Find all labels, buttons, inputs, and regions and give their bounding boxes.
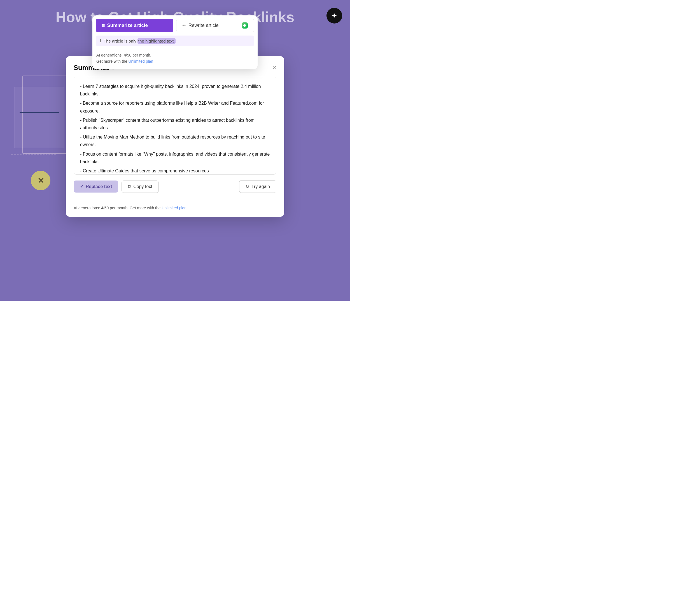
- toolbar-generations: AI generations: 4/50 per month. Get more…: [96, 52, 254, 64]
- summarize-icon: ≡: [102, 23, 105, 29]
- illus-x-circle: ✕: [31, 171, 50, 190]
- illus-line: [20, 112, 59, 113]
- try-again-button[interactable]: ↻ Try again: [239, 180, 276, 193]
- illus-box-inner: [14, 87, 65, 148]
- info-icon: ℹ: [100, 38, 101, 43]
- replace-text-button[interactable]: ✓ Replace text: [74, 181, 118, 192]
- summary-line: - Become a source for reporters using pl…: [80, 99, 270, 114]
- summarize-label: Summarize article: [107, 23, 148, 28]
- try-again-label: Try again: [251, 184, 270, 189]
- toolbar-popup: ≡ Summarize article ✏ Rewrite article ℹ …: [93, 16, 257, 69]
- summary-line: - Learn 7 strategies to acquire high-qua…: [80, 83, 270, 98]
- rewrite-article-button[interactable]: ✏ Rewrite article: [176, 19, 254, 32]
- info-text: The article is only the highlighted text…: [104, 38, 176, 43]
- copy-icon: ⧉: [128, 184, 131, 189]
- ai-fab-button[interactable]: ✦: [326, 8, 342, 24]
- summary-line: - Focus on content formats like "Why" po…: [80, 150, 270, 165]
- highlighted-text: the highlighted text.: [138, 38, 176, 44]
- summarize-article-button[interactable]: ≡ Summarize article: [96, 19, 173, 32]
- rewrite-label: Rewrite article: [189, 23, 219, 28]
- modal-footer: AI generations: 4/50 per month. Get more…: [74, 201, 276, 210]
- copy-label: Copy text: [133, 184, 152, 189]
- modal-close-button[interactable]: ×: [272, 64, 276, 71]
- ai-fab-icon: ✦: [331, 11, 338, 20]
- check-icon: ✓: [80, 184, 83, 189]
- summary-line: - Publish "Skyscraper" content that outp…: [80, 116, 270, 132]
- copy-text-button[interactable]: ⧉ Copy text: [122, 181, 159, 193]
- modal-actions: ✓ Replace text ⧉ Copy text ↻ Try again: [74, 180, 276, 193]
- refresh-icon: ↻: [246, 184, 249, 189]
- summarize-modal: Summarize ℹ × - Learn 7 strategies to ac…: [66, 56, 284, 217]
- toolbar-buttons: ≡ Summarize article ✏ Rewrite article: [96, 19, 254, 32]
- illus-dashed-line: [11, 154, 56, 155]
- summary-line: - Create Ultimate Guides that serve as c…: [80, 167, 270, 175]
- replace-label: Replace text: [86, 184, 112, 189]
- toolbar-divider: [96, 49, 254, 49]
- modal-footer-divider: [74, 198, 276, 198]
- unlimited-plan-link-modal[interactable]: Unlimited plan: [161, 206, 186, 210]
- premium-icon: [242, 22, 248, 29]
- toolbar-info-banner: ℹ The article is only the highlighted te…: [96, 35, 254, 46]
- summary-line: - Utilize the Moving Man Method to build…: [80, 133, 270, 148]
- rewrite-icon: ✏: [182, 23, 186, 28]
- unlimited-plan-link-toolbar[interactable]: Unlimited plan: [128, 59, 153, 63]
- summary-content: - Learn 7 strategies to acquire high-qua…: [74, 77, 276, 175]
